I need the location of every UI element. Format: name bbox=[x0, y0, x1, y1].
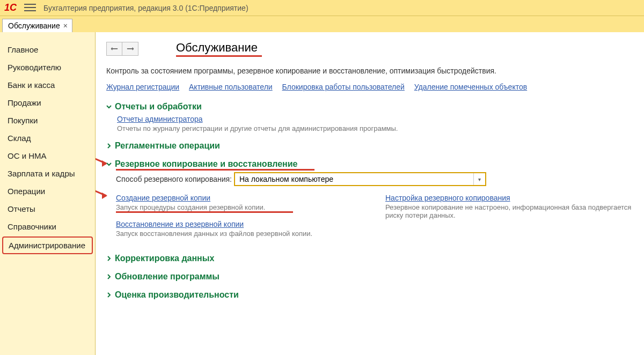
link-event-log[interactable]: Журнал регистрации bbox=[106, 83, 179, 91]
sidebar-item-warehouse[interactable]: Склад bbox=[0, 129, 95, 147]
logo: 1C bbox=[4, 2, 17, 13]
sidebar: Главное Руководителю Банк и касса Продаж… bbox=[0, 32, 96, 355]
chevron-right-icon bbox=[106, 274, 112, 279]
topbar: 1C Бухгалтерия предприятия, редакция 3.0… bbox=[0, 0, 644, 16]
page-title: Обслуживание bbox=[176, 41, 258, 55]
section-title: Резервное копирование и восстановление bbox=[115, 159, 298, 169]
close-icon[interactable]: × bbox=[63, 21, 68, 30]
select-value: На локальном компьютере bbox=[239, 175, 333, 183]
chevron-down-icon bbox=[106, 161, 112, 167]
desc-restore-backup: Запуск восстановления данных из файлов р… bbox=[116, 230, 364, 238]
sidebar-item-sales[interactable]: Продажи bbox=[0, 94, 95, 112]
link-admin-reports[interactable]: Отчеты администратора bbox=[117, 115, 203, 123]
section-perf[interactable]: Оценка производительности bbox=[106, 290, 633, 300]
sidebar-item-bank[interactable]: Банк и касса bbox=[0, 76, 95, 94]
link-backup-settings[interactable]: Настройка резервного копирования bbox=[385, 194, 510, 202]
section-backup[interactable]: Резервное копирование и восстановление bbox=[106, 159, 633, 169]
sidebar-item-admin[interactable]: Администрирование bbox=[2, 236, 93, 254]
sidebar-item-catalogs[interactable]: Справочники bbox=[0, 218, 95, 235]
link-block-users[interactable]: Блокировка работы пользователей bbox=[282, 83, 405, 91]
annotation-underline bbox=[116, 211, 293, 213]
section-scheduled[interactable]: Регламентные операции bbox=[106, 141, 633, 151]
section-title: Отчеты и обработки bbox=[115, 102, 202, 112]
chevron-down-icon: ▾ bbox=[473, 173, 481, 185]
top-links: Журнал регистрации Активные пользователи… bbox=[106, 83, 633, 91]
tab-label: Обслуживание bbox=[8, 21, 60, 30]
section-title: Оценка производительности bbox=[115, 290, 239, 300]
main-content: 🠔 🠖 Обслуживание Контроль за состоянием … bbox=[96, 32, 644, 355]
sidebar-item-operations[interactable]: Операции bbox=[0, 182, 95, 200]
desc-admin-reports: Отчеты по журналу регистрации и другие о… bbox=[117, 124, 633, 132]
backup-method-select[interactable]: На локальном компьютере ▾ bbox=[234, 172, 486, 186]
desc-backup-settings: Резервное копирование не настроено, инфо… bbox=[385, 203, 633, 219]
section-correction[interactable]: Корректировка данных bbox=[106, 254, 633, 263]
desc-create-backup: Запуск процедуры создания резервной копи… bbox=[116, 203, 364, 211]
menu-icon[interactable] bbox=[24, 4, 36, 12]
section-update[interactable]: Обновление программы bbox=[106, 272, 633, 282]
chevron-right-icon bbox=[106, 292, 112, 298]
sidebar-item-manager[interactable]: Руководителю bbox=[0, 58, 95, 76]
sidebar-item-hr[interactable]: Зарплата и кадры bbox=[0, 165, 95, 182]
link-restore-backup[interactable]: Восстановление из резервной копии bbox=[116, 220, 244, 228]
chevron-down-icon bbox=[106, 104, 112, 109]
link-delete-marked[interactable]: Удаление помеченных объектов bbox=[414, 83, 527, 91]
sidebar-item-purchases[interactable]: Покупки bbox=[0, 112, 95, 129]
sidebar-item-assets[interactable]: ОС и НМА bbox=[0, 147, 95, 165]
tab-maintenance[interactable]: Обслуживание × bbox=[2, 19, 72, 32]
page-subtitle: Контроль за состоянием программы, резерв… bbox=[106, 66, 633, 75]
section-title: Обновление программы bbox=[115, 272, 219, 282]
backup-method-label: Способ резервного копирования: bbox=[116, 175, 232, 183]
link-active-users[interactable]: Активные пользователи bbox=[189, 83, 273, 91]
app-title: Бухгалтерия предприятия, редакция 3.0 (1… bbox=[43, 4, 248, 12]
section-title: Регламентные операции bbox=[115, 141, 220, 151]
annotation-underline bbox=[116, 169, 314, 171]
back-button[interactable]: 🠔 bbox=[106, 42, 122, 56]
annotation-underline bbox=[176, 55, 262, 57]
annotation-arrow-icon bbox=[96, 187, 112, 201]
section-title: Корректировка данных bbox=[115, 254, 214, 263]
sidebar-item-main[interactable]: Главное bbox=[0, 41, 95, 58]
sidebar-item-reports[interactable]: Отчеты bbox=[0, 200, 95, 218]
tabs-bar: Обслуживание × bbox=[0, 16, 644, 32]
chevron-right-icon bbox=[106, 256, 112, 261]
chevron-right-icon bbox=[106, 143, 112, 149]
section-reports[interactable]: Отчеты и обработки bbox=[106, 102, 633, 112]
forward-button[interactable]: 🠖 bbox=[122, 42, 138, 56]
link-create-backup[interactable]: Создание резервной копии bbox=[116, 194, 210, 202]
